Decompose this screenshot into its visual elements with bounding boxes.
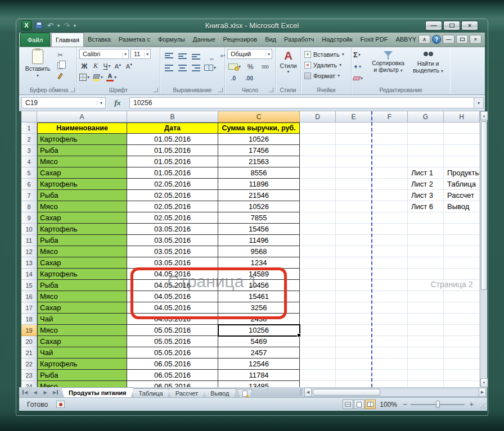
row-header-11[interactable]: 11 (21, 235, 37, 246)
cell-E20[interactable] (336, 336, 372, 347)
ribbon-tab-Рецензиров[interactable]: Рецензиров (219, 33, 262, 47)
cell-G4[interactable] (408, 156, 444, 167)
cell-C5[interactable]: 8556 (218, 167, 300, 179)
cell-A8[interactable]: Мясо (37, 201, 127, 212)
cell-C11[interactable]: 11496 (218, 235, 300, 246)
cell-F13[interactable] (372, 257, 408, 269)
cell-B24[interactable]: 06.05.2016 (127, 381, 218, 387)
cell-G21[interactable] (408, 347, 444, 359)
scroll-right-icon[interactable]: ▶ (479, 388, 486, 397)
cell-D22[interactable] (300, 359, 336, 370)
cell-G19[interactable] (408, 325, 444, 336)
cell-C1[interactable]: Сумма выручки, руб. (218, 123, 300, 134)
cell-D10[interactable] (300, 224, 336, 235)
cell-E23[interactable] (336, 370, 372, 381)
ribbon-tab-Формулы[interactable]: Формулы (154, 33, 189, 47)
cell-F6[interactable] (372, 179, 408, 190)
cell-B8[interactable]: 02.05.2016 (127, 201, 218, 212)
cell-H7[interactable]: Рассчет (444, 190, 480, 201)
cell-E16[interactable] (336, 291, 372, 302)
horizontal-scroll-track[interactable] (312, 388, 479, 397)
cell-H5[interactable]: Продукты (444, 167, 480, 179)
cell-C2[interactable]: 10526 (218, 134, 300, 145)
cell-F7[interactable] (372, 190, 408, 201)
row-header-16[interactable]: 16 (21, 291, 37, 302)
ribbon-tab-Данные[interactable]: Данные (189, 33, 219, 47)
row-header-17[interactable]: 17 (21, 302, 37, 314)
merge-center-button[interactable]: ▾ (204, 63, 216, 72)
zoom-slider[interactable] (411, 404, 465, 405)
scroll-up-icon[interactable]: ▴ (480, 111, 488, 120)
increase-font-button[interactable]: А▲ (113, 61, 123, 71)
cell-E4[interactable] (336, 156, 372, 167)
view-normal-button[interactable] (343, 400, 353, 409)
view-page-break-button[interactable] (365, 400, 376, 409)
cell-B22[interactable]: 06.05.2016 (127, 359, 218, 370)
column-header-D[interactable]: D (300, 111, 336, 123)
name-box-dropdown-icon[interactable]: ▾ (97, 101, 105, 106)
cell-A3[interactable]: Рыба (37, 145, 127, 156)
ribbon-tab-Вставка[interactable]: Вставка (84, 33, 115, 47)
horizontal-scrollbar[interactable]: ◀ ▶ (300, 388, 486, 397)
column-header-F[interactable]: F (372, 111, 408, 123)
cell-D2[interactable] (300, 134, 336, 145)
accounting-format-button[interactable]: ▾ (228, 62, 241, 71)
font-color-button[interactable]: А▾ (106, 72, 116, 82)
column-header-E[interactable]: E (336, 111, 372, 123)
row-header-3[interactable]: 3 (21, 145, 37, 156)
align-bottom-button[interactable] (191, 51, 201, 61)
row-header-8[interactable]: 8 (21, 201, 37, 212)
row-header-15[interactable]: 15 (21, 280, 37, 291)
cell-A10[interactable]: Картофель (37, 224, 127, 235)
cell-D24[interactable] (300, 381, 336, 387)
next-sheet-button[interactable]: ▶ (40, 388, 50, 397)
ribbon-tab-Foxit PDF[interactable]: Foxit PDF (356, 33, 392, 47)
cell-A6[interactable]: Картофель (37, 179, 127, 190)
cell-D7[interactable] (300, 190, 336, 201)
cell-C4[interactable]: 21563 (218, 156, 300, 167)
cell-H19[interactable] (444, 325, 480, 336)
column-header-A[interactable]: A (37, 111, 127, 123)
align-middle-button[interactable] (177, 51, 187, 61)
sheet-tab-Вывод[interactable]: Вывод (203, 388, 236, 397)
cell-H23[interactable] (444, 370, 480, 381)
formula-input[interactable]: 10256 (129, 97, 474, 108)
cell-A7[interactable]: Рыба (37, 190, 127, 201)
cell-H24[interactable] (444, 381, 480, 387)
sheet-tab-Рассчет[interactable]: Рассчет (168, 388, 206, 397)
align-right-button[interactable] (191, 63, 201, 72)
cell-B2[interactable]: 01.05.2016 (127, 134, 218, 145)
cell-F17[interactable] (372, 302, 408, 314)
cell-D4[interactable] (300, 156, 336, 167)
cell-H22[interactable] (444, 359, 480, 370)
cell-F22[interactable] (372, 359, 408, 370)
cell-C10[interactable]: 15456 (218, 224, 300, 235)
cell-A18[interactable]: Чай (37, 314, 127, 325)
cell-H16[interactable] (444, 291, 480, 302)
cell-E17[interactable] (336, 302, 372, 314)
bold-button[interactable]: Ж (79, 61, 89, 71)
cell-C3[interactable]: 17456 (218, 145, 300, 156)
zoom-in-button[interactable]: + (469, 400, 474, 409)
cell-C8[interactable]: 10526 (218, 201, 300, 212)
select-all-button[interactable] (21, 111, 37, 123)
cell-G20[interactable] (408, 336, 444, 347)
cell-A17[interactable]: Сахар (37, 302, 127, 314)
collapse-ribbon-icon[interactable]: ∧ (418, 35, 430, 44)
cell-F16[interactable] (372, 291, 408, 302)
cell-D8[interactable] (300, 201, 336, 212)
cell-B1[interactable]: Дата (127, 123, 218, 134)
cell-C24[interactable]: 13485 (218, 381, 300, 387)
cell-B11[interactable]: 03.05.2016 (127, 235, 218, 246)
cell-B9[interactable]: 02.05.2016 (127, 212, 218, 224)
cell-A16[interactable]: Мясо (37, 291, 127, 302)
row-header-1[interactable]: 1 (21, 123, 37, 134)
row-header-20[interactable]: 20 (21, 336, 37, 347)
spreadsheet-grid[interactable]: ABCDEFGH1НаименованиеДатаСумма выручки, … (21, 111, 480, 387)
scroll-down-icon[interactable]: ▾ (480, 378, 488, 387)
styles-button[interactable]: А Стили ▾ (277, 48, 300, 84)
cell-G3[interactable] (408, 145, 444, 156)
cell-D3[interactable] (300, 145, 336, 156)
cell-A13[interactable]: Сахар (37, 257, 127, 269)
ribbon-tab-Вид[interactable]: Вид (261, 33, 280, 47)
